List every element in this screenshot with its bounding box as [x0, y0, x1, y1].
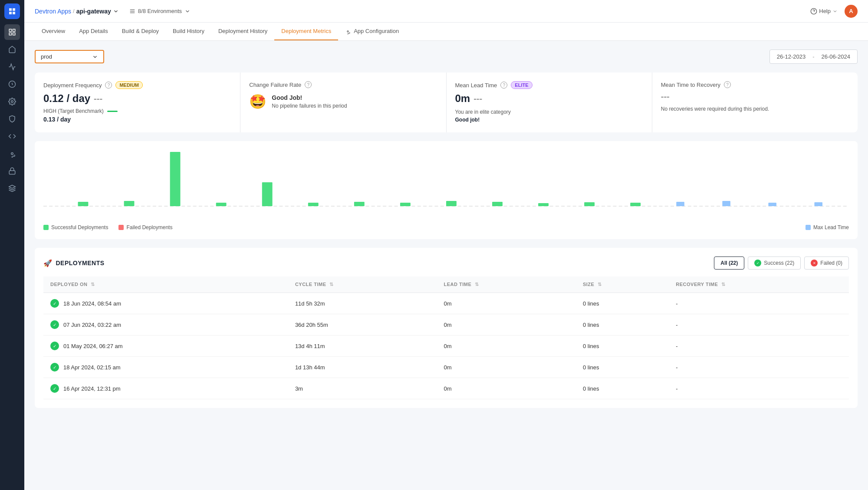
sidebar-item-shield[interactable]: [4, 111, 20, 127]
legend-successful-label: Successful Deployments: [51, 224, 108, 230]
filter-failed-button[interactable]: ✕ Failed (0): [804, 257, 849, 270]
row-status-icon: ✓: [50, 320, 59, 329]
svg-rect-31: [768, 203, 776, 206]
breadcrumb-separator: /: [73, 8, 75, 14]
green-line-indicator: [107, 111, 118, 112]
main-content: Devtron Apps / api-gateway 8/8 Environme…: [24, 0, 868, 490]
th-deployed-on[interactable]: DEPLOYED ON ⇅: [43, 276, 288, 293]
mean-lead-time-info-icon[interactable]: ?: [500, 82, 507, 89]
legend-failed-dot: [118, 225, 124, 230]
environment-dropdown[interactable]: prod: [35, 50, 104, 63]
svg-rect-25: [492, 202, 503, 206]
environments-selector[interactable]: 8/8 Environments: [129, 8, 191, 14]
page-content: prod 26-12-2023 - 26-06-2024 Deployment …: [24, 41, 868, 490]
filter-bar: prod 26-12-2023 - 26-06-2024: [35, 49, 858, 64]
app-dropdown-button[interactable]: [113, 8, 119, 14]
filter-all-label: All (22): [720, 260, 738, 266]
date-end[interactable]: 26-06-2024: [815, 50, 858, 63]
mean-time-to-recovery-info-icon[interactable]: ?: [724, 81, 731, 88]
cell-size: 0 lines: [576, 293, 669, 314]
tab-build-deploy[interactable]: Build & Deploy: [115, 23, 166, 40]
change-failure-rate-info-icon[interactable]: ?: [305, 81, 312, 88]
sidebar-item-security[interactable]: [4, 163, 20, 179]
filter-failed-label: Failed (0): [820, 260, 842, 266]
mean-lead-time-value: 0m: [455, 92, 470, 105]
cell-cycle-time: 1d 13h 44m: [288, 357, 437, 378]
svg-rect-18: [170, 152, 181, 206]
deployment-frequency-info-icon[interactable]: ?: [105, 82, 112, 89]
th-size[interactable]: SIZE ⇅: [576, 276, 669, 293]
help-label: Help: [819, 8, 831, 14]
date-range-picker[interactable]: 26-12-2023 - 26-06-2024: [769, 49, 858, 64]
cell-cycle-time: 36d 20h 55m: [288, 314, 437, 335]
table-row: ✓ 18 Jun 2024, 08:54 am 11d 5h 32m 0m 0 …: [43, 293, 849, 314]
breadcrumb-parent[interactable]: Devtron Apps: [35, 8, 71, 15]
good-job-desc: No pipeline failures in this period: [272, 103, 347, 109]
sidebar-item-layers[interactable]: [4, 181, 20, 196]
svg-marker-8: [9, 185, 16, 189]
sort-icon-cycle-time: ⇅: [329, 282, 334, 287]
sidebar-item-apps[interactable]: [4, 42, 20, 57]
svg-rect-23: [400, 203, 411, 206]
table-row: ✓ 18 Apr 2024, 02:15 am 1d 13h 44m 0m 0 …: [43, 357, 849, 378]
table-header-row: DEPLOYED ON ⇅ CYCLE TIME ⇅ LEAD TIME ⇅ S…: [43, 276, 849, 293]
metric-change-failure-rate: Change Failure Rate ? 🤩 Good Job! No pip…: [240, 72, 446, 132]
tab-build-history[interactable]: Build History: [166, 23, 211, 40]
deployment-chart: [43, 150, 849, 219]
legend-failed-deployments: Failed Deployments: [118, 224, 172, 230]
sidebar-item-deploy[interactable]: [4, 76, 20, 92]
filter-all-button[interactable]: All (22): [714, 257, 744, 270]
svg-rect-2: [9, 33, 11, 35]
legend-max-lead-time: Max Lead Time: [806, 224, 849, 230]
svg-rect-19: [216, 203, 227, 206]
svg-rect-24: [446, 201, 457, 206]
cell-recovery-time: -: [669, 314, 849, 335]
topbar-left: Devtron Apps / api-gateway 8/8 Environme…: [35, 8, 191, 15]
tab-deployment-history[interactable]: Deployment History: [211, 23, 274, 40]
tab-app-configuration[interactable]: App Configuration: [338, 23, 406, 40]
filter-success-button[interactable]: ✓ Success (22): [748, 257, 801, 270]
deployments-title-text: DEPLOYMENTS: [56, 260, 105, 266]
legend-successful-dot: [43, 225, 49, 230]
cell-recovery-time: -: [669, 357, 849, 378]
deployments-title: 🚀 DEPLOYMENTS: [43, 259, 105, 267]
tab-deployment-metrics[interactable]: Deployment Metrics: [274, 23, 338, 40]
user-avatar[interactable]: A: [845, 5, 858, 18]
table-row: ✓ 01 May 2024, 06:27 am 13d 4h 11m 0m 0 …: [43, 335, 849, 357]
mean-time-to-recovery-title: Mean Time to Recovery: [661, 82, 720, 88]
tab-overview[interactable]: Overview: [35, 23, 72, 40]
cell-size: 0 lines: [576, 335, 669, 357]
row-date: 18 Jun 2024, 08:54 am: [63, 300, 121, 307]
app-logo[interactable]: [4, 3, 20, 19]
th-lead-time[interactable]: LEAD TIME ⇅: [437, 276, 576, 293]
help-button[interactable]: Help: [810, 8, 838, 15]
metric-mean-time-to-recovery: Mean Time to Recovery ? --- No recoverie…: [652, 72, 858, 132]
sidebar-item-code[interactable]: [4, 128, 20, 144]
svg-rect-16: [78, 202, 89, 206]
filter-success-label: Success (22): [764, 260, 794, 266]
svg-point-6: [11, 153, 13, 155]
table-row: ✓ 16 Apr 2024, 12:31 pm 3m 0m 0 lines -: [43, 378, 849, 399]
sidebar-item-dashboard[interactable]: [4, 24, 20, 40]
cell-size: 0 lines: [576, 314, 669, 335]
topbar-right: Help A: [810, 5, 858, 18]
th-cycle-time[interactable]: CYCLE TIME ⇅: [288, 276, 437, 293]
sidebar-item-charts[interactable]: [4, 59, 20, 75]
cell-lead-time: 0m: [437, 378, 576, 399]
row-status-icon: ✓: [50, 342, 59, 350]
tab-app-details[interactable]: App Details: [72, 23, 115, 40]
date-start[interactable]: 26-12-2023: [770, 50, 813, 63]
sidebar-item-settings[interactable]: [4, 146, 20, 161]
good-job-emoji: 🤩: [249, 93, 266, 110]
mean-lead-time-title: Mean Lead Time: [455, 82, 497, 89]
mean-lead-time-dashes: ---: [473, 94, 482, 104]
svg-rect-29: [676, 202, 684, 206]
svg-rect-20: [262, 182, 273, 206]
change-failure-rate-title: Change Failure Rate: [249, 82, 301, 88]
metrics-row: Deployment Frequency ? MEDIUM 0.12 / day…: [35, 72, 858, 132]
cell-cycle-time: 13d 4h 11m: [288, 335, 437, 357]
th-recovery-time[interactable]: RECOVERY TIME ⇅: [669, 276, 849, 293]
metric-deployment-frequency: Deployment Frequency ? MEDIUM 0.12 / day…: [35, 72, 240, 132]
sidebar-item-config[interactable]: [4, 94, 20, 109]
mean-lead-time-desc2: Good job!: [455, 117, 480, 123]
